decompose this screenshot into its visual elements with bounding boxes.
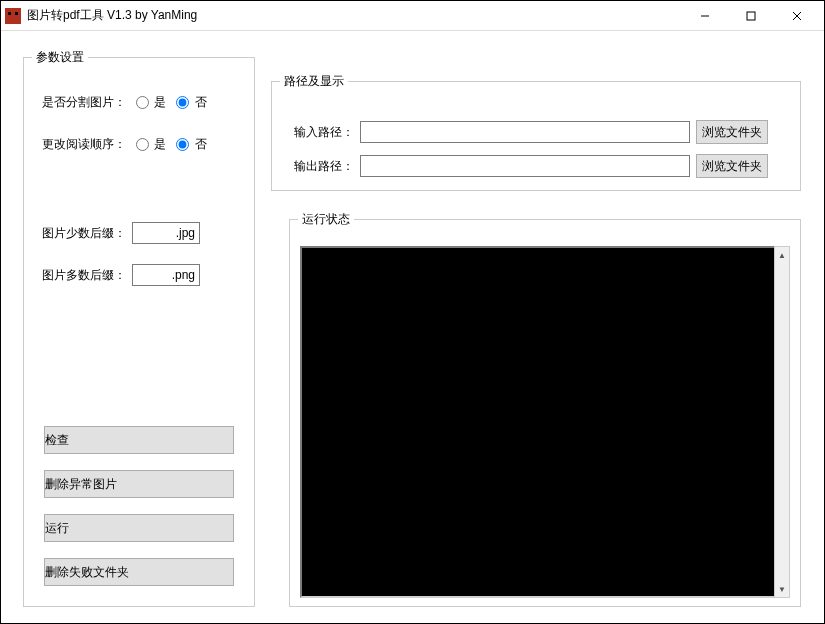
app-icon: [5, 8, 21, 24]
scroll-up-icon[interactable]: ▲: [775, 247, 789, 263]
console-scrollbar[interactable]: ▲ ▼: [774, 246, 790, 598]
order-no-radio[interactable]: [176, 138, 189, 151]
delete-failed-button[interactable]: 删除失败文件夹: [44, 558, 234, 586]
delete-abnormal-button[interactable]: 删除异常图片: [44, 470, 234, 498]
content-area: 参数设置 是否分割图片： 是 否 更改阅读顺序： 是 否 图片少数后缀： 图片多…: [1, 31, 824, 623]
status-legend: 运行状态: [298, 211, 354, 228]
titlebar: 图片转pdf工具 V1.3 by YanMing: [1, 1, 824, 31]
params-legend: 参数设置: [32, 49, 88, 66]
order-no-option[interactable]: 否: [172, 136, 206, 153]
order-yes-radio[interactable]: [136, 138, 149, 151]
split-no-radio[interactable]: [176, 96, 189, 109]
minor-suffix-input[interactable]: [132, 222, 200, 244]
paths-group: 路径及显示 输入路径： 浏览文件夹 输出路径： 浏览文件夹: [271, 73, 801, 191]
window-title: 图片转pdf工具 V1.3 by YanMing: [27, 7, 682, 24]
output-path-label: 输出路径：: [294, 158, 354, 175]
window-controls: [682, 1, 820, 30]
paths-legend: 路径及显示: [280, 73, 348, 90]
split-no-option[interactable]: 否: [172, 94, 206, 111]
scroll-down-icon[interactable]: ▼: [775, 581, 789, 597]
minor-suffix-row: 图片少数后缀：: [42, 222, 200, 244]
close-icon: [792, 11, 802, 21]
output-path-row: 输出路径： 浏览文件夹: [294, 154, 768, 178]
split-row: 是否分割图片： 是 否: [42, 94, 207, 111]
maximize-button[interactable]: [728, 1, 774, 30]
check-button[interactable]: 检查: [44, 426, 234, 454]
split-yes-radio[interactable]: [136, 96, 149, 109]
split-label: 是否分割图片：: [42, 94, 126, 111]
browse-output-button[interactable]: 浏览文件夹: [696, 154, 768, 178]
input-path-label: 输入路径：: [294, 124, 354, 141]
close-button[interactable]: [774, 1, 820, 30]
status-group: 运行状态 ▲ ▼: [289, 211, 801, 607]
order-yes-option[interactable]: 是: [132, 136, 166, 153]
input-path-field[interactable]: [360, 121, 690, 143]
input-path-row: 输入路径： 浏览文件夹: [294, 120, 768, 144]
maximize-icon: [746, 11, 756, 21]
minimize-icon: [700, 11, 710, 21]
params-group: 参数设置 是否分割图片： 是 否 更改阅读顺序： 是 否 图片少数后缀： 图片多…: [23, 49, 255, 607]
run-button[interactable]: 运行: [44, 514, 234, 542]
browse-input-button[interactable]: 浏览文件夹: [696, 120, 768, 144]
split-yes-option[interactable]: 是: [132, 94, 166, 111]
app-window: 图片转pdf工具 V1.3 by YanMing 参数设置 是否分割图片： 是 …: [0, 0, 825, 624]
major-suffix-row: 图片多数后缀：: [42, 264, 200, 286]
order-label: 更改阅读顺序：: [42, 136, 126, 153]
minor-suffix-label: 图片少数后缀：: [42, 225, 126, 242]
status-console[interactable]: [300, 246, 778, 598]
minimize-button[interactable]: [682, 1, 728, 30]
major-suffix-label: 图片多数后缀：: [42, 267, 126, 284]
major-suffix-input[interactable]: [132, 264, 200, 286]
svg-rect-1: [747, 12, 755, 20]
output-path-field[interactable]: [360, 155, 690, 177]
order-row: 更改阅读顺序： 是 否: [42, 136, 207, 153]
